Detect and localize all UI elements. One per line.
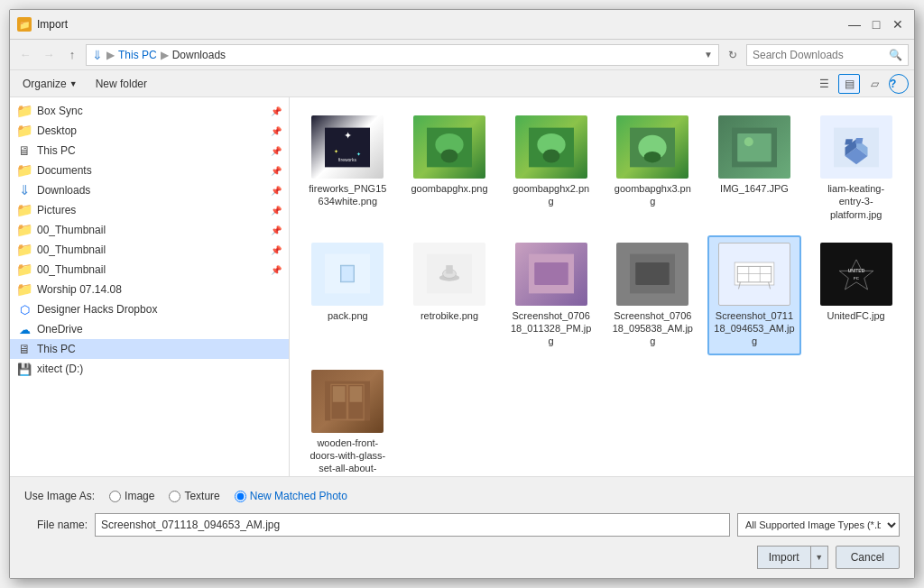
forward-button[interactable]: → [39,45,59,65]
folder-green-icon: 📁 [17,262,32,277]
sidebar-item-this-pc-2[interactable]: 🖥 This PC [10,339,289,359]
view-details-button[interactable]: ▱ [864,74,885,94]
filename-input[interactable] [95,513,730,537]
file-thumbnail [718,243,790,306]
thumb-svg [732,253,777,294]
file-item-liam[interactable]: liam-keating-entry-3-platform.jpg [808,108,903,228]
pin-icon: 📌 [271,245,282,255]
sidebar-item-label: 00_Thumbnail [37,263,265,276]
file-item-goombapghx2[interactable]: goombapghx2.png [504,108,598,228]
view-list-button[interactable]: ☰ [813,74,835,94]
sidebar-item-label: Worship 07.14.08 [37,283,282,296]
file-thumbnail [413,115,485,179]
sidebar-item-label: Documents [37,164,265,177]
filetype-select[interactable]: All Supported Image Types (*.b [737,513,900,537]
file-item-unitedfc[interactable]: UNITED FC UnitedFC.jpg [808,235,903,355]
file-item-screenshot0711[interactable]: Screenshot_071118_094653_AM.jpg [707,235,802,355]
sidebar-item-designer-hacks[interactable]: ⬡ Designer Hacks Dropbox [10,299,289,319]
sidebar-item-box-sync[interactable]: 📁 Box Sync 📌 [10,101,289,121]
file-thumbnail: UNITED FC [820,243,892,306]
sidebar-item-onedrive[interactable]: ☁ OneDrive [10,319,289,339]
titlebar-left: 📁 Import [17,17,68,32]
file-item-wooden[interactable]: wooden-front-doors-with-glass-set-all-ab… [300,363,395,476]
svg-rect-29 [446,266,453,274]
view-grid-button[interactable]: ▤ [838,74,860,94]
sidebar-item-00thumbnail-2[interactable]: 📁 00_Thumbnail 📌 [10,240,289,260]
svg-text:UNITED: UNITED [847,268,864,273]
sidebar-item-this-pc[interactable]: 🖥 This PC 📌 [10,141,289,161]
radio-new-matched-photo[interactable]: New Matched Photo [235,490,347,502]
file-name: wooden-front-doors-with-glass-set-all-ab… [307,436,388,476]
sidebar-item-00thumbnail-1[interactable]: 📁 00_Thumbnail 📌 [10,220,289,240]
file-item-screenshot0706-1[interactable]: Screenshot_070618_011328_PM.jpg [504,235,598,355]
svg-rect-22 [855,137,863,142]
pin-icon: 📌 [271,206,282,216]
back-button[interactable]: ← [15,45,35,65]
new-folder-button[interactable]: New folder [88,76,154,92]
pin-icon: 📌 [271,186,282,196]
radio-matched-photo-input[interactable] [235,491,246,502]
radio-texture[interactable]: Texture [169,490,219,502]
dialog-title: Import [37,18,68,31]
file-thumbnail [311,370,383,433]
svg-point-10 [542,149,559,162]
import-button-group: Import ▼ [757,546,828,569]
pin-icon: 📌 [271,166,282,176]
sidebar-item-documents[interactable]: 📁 Documents 📌 [10,161,289,180]
computer-icon: 🖥 [17,143,32,158]
sidebar-item-label: xitect (D:) [37,363,282,375]
file-item-goombapghx3[interactable]: goombapghx3.png [605,108,700,228]
sidebar-item-pictures[interactable]: 📁 Pictures 📌 [10,200,289,220]
radio-image-input[interactable] [109,491,121,502]
file-grid: ✦ ✦ ✦ fireworks fireworks_PNG15634white.… [297,105,907,476]
thumb-svg [630,253,675,294]
search-box[interactable]: 🔍 [746,44,909,66]
file-thumbnail [616,115,688,179]
search-input[interactable] [753,49,885,61]
radio-image-label: Image [125,490,154,502]
radio-texture-input[interactable] [169,491,180,502]
minimize-button[interactable]: — [845,15,864,33]
sidebar-item-00thumbnail-3[interactable]: 📁 00_Thumbnail 📌 [10,260,289,280]
addressbar: ← → ↑ ⇓ ▶ This PC ▶ Downloads ▼ ↻ 🔍 [10,40,914,70]
file-item-img1647[interactable]: IMG_1647.JPG [707,108,802,228]
folder-green-icon: 📁 [17,223,32,237]
file-item-pack[interactable]: pack.png [300,235,395,355]
breadcrumb-thispc[interactable]: This PC [118,49,157,61]
refresh-button[interactable]: ↻ [723,45,743,65]
file-item-screenshot0706-2[interactable]: Screenshot_070618_095838_AM.jpg [605,235,700,355]
file-item-goombapghx1[interactable]: goombapghx.png [402,108,497,228]
sidebar-item-label: Pictures [37,204,265,216]
organize-label: Organize [23,78,67,90]
cancel-button[interactable]: Cancel [836,546,900,569]
import-dropdown-arrow[interactable]: ▼ [811,547,827,568]
search-icon: 🔍 [889,49,902,61]
help-button[interactable]: ? [889,74,909,94]
file-item-fireworks[interactable]: ✦ ✦ ✦ fireworks fireworks_PNG15634white.… [300,108,395,228]
up-button[interactable]: ↑ [62,45,82,65]
computer-icon: 🖥 [17,342,32,356]
close-button[interactable]: ✕ [889,15,907,33]
sidebar-item-downloads[interactable]: ⇓ Downloads 📌 [10,180,289,200]
organize-button[interactable]: Organize ▼ [15,76,85,92]
import-dialog: 📁 Import — □ ✕ ← → ↑ ⇓ ▶ This PC ▶ Downl… [9,9,915,579]
file-item-retrobike[interactable]: retrobike.png [402,235,497,355]
file-grid-container[interactable]: ✦ ✦ ✦ fireworks fireworks_PNG15634white.… [290,97,914,476]
thumb-svg [630,127,675,168]
main-content: 📁 Box Sync 📌 📁 Desktop 📌 🖥 This PC 📌 📁 D… [10,97,914,476]
sidebar-item-xitect[interactable]: 💾 xitect (D:) [10,359,289,379]
pin-icon: 📌 [271,106,282,116]
sidebar-item-desktop[interactable]: 📁 Desktop 📌 [10,121,289,141]
file-name: UnitedFC.jpg [827,309,885,322]
radio-image[interactable]: Image [109,490,154,502]
use-image-label: Use Image As: [24,490,95,502]
file-thumbnail: ✦ ✦ ✦ fireworks [311,115,383,179]
file-name: goombapghx3.png [612,182,693,208]
sidebar-item-worship[interactable]: 📁 Worship 07.14.08 [10,280,289,299]
file-thumbnail [820,115,892,179]
sidebar-item-label: Designer Hacks Dropbox [37,303,282,316]
breadcrumb-dropdown[interactable]: ▼ [704,50,713,60]
maximize-button[interactable]: □ [867,15,885,33]
import-button[interactable]: Import [758,547,811,568]
svg-rect-25 [342,267,354,281]
